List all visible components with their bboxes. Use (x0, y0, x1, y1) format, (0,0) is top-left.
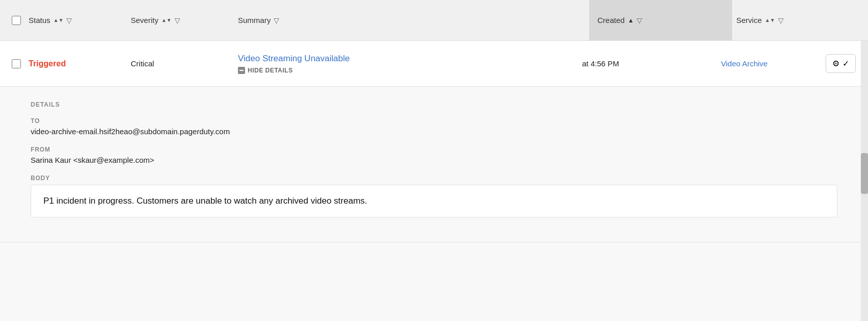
severity-column-header[interactable]: Severity ▲▼ ▽ (127, 16, 234, 24)
body-value: P1 incident in progress. Customers are u… (31, 185, 837, 217)
incident-actions: ⚙ ✓ (819, 54, 860, 73)
status-triggered-label: Triggered (29, 59, 66, 68)
to-label: TO (31, 117, 837, 125)
hide-details-icon (238, 67, 245, 74)
scrollbar-thumb[interactable] (861, 153, 868, 194)
details-section-label: DETAILS (31, 101, 837, 108)
summary-filter-icon[interactable]: ▽ (274, 16, 279, 24)
severity-sort-icon: ▲▼ (161, 18, 172, 23)
incident-status: Triggered (25, 59, 127, 68)
incident-checkbox-container[interactable] (8, 59, 25, 68)
service-link[interactable]: Video Archive (721, 59, 767, 68)
summary-link[interactable]: Video Streaming Unavailable (238, 54, 570, 64)
chevron-down-icon: ✓ (842, 59, 849, 68)
to-value: video-archive-email.hsif2heao@subdomain.… (31, 127, 837, 136)
severity-filter-icon[interactable]: ▽ (175, 16, 180, 24)
incident-row: Triggered Critical Video Streaming Unava… (0, 41, 868, 87)
incident-action-button[interactable]: ⚙ ✓ (826, 54, 856, 73)
created-filter-icon[interactable]: ▽ (637, 16, 642, 24)
status-filter-icon[interactable]: ▽ (66, 16, 72, 24)
severity-column-label: Severity (131, 16, 158, 24)
hide-details-label: HIDE DETAILS (248, 67, 293, 74)
incident-severity: Critical (127, 59, 234, 68)
created-sort-asc-icon: ▲ (628, 17, 634, 24)
from-field: FROM Sarina Kaur <skaur@example.com> (31, 146, 837, 164)
incident-checkbox[interactable] (12, 59, 21, 68)
status-sort-icon: ▲▼ (54, 18, 64, 23)
from-value: Sarina Kaur <skaur@example.com> (31, 156, 837, 164)
body-field: BODY P1 incident in progress. Customers … (31, 175, 837, 217)
service-filter-icon[interactable]: ▽ (778, 16, 784, 24)
status-column-header[interactable]: Status ▲▼ ▽ (25, 16, 127, 24)
summary-column-header[interactable]: Summary ▽ (234, 16, 589, 24)
table-header: Status ▲▼ ▽ Severity ▲▼ ▽ Summary ▽ Crea… (0, 0, 868, 41)
body-label: BODY (31, 175, 837, 182)
incident-service: Video Archive (717, 59, 819, 68)
status-column-label: Status (29, 16, 51, 24)
from-label: FROM (31, 146, 837, 153)
select-all-checkbox-container[interactable] (8, 16, 25, 25)
service-column-label: Service (736, 16, 762, 24)
service-column-header[interactable]: Service ▲▼ ▽ (732, 16, 860, 24)
select-all-checkbox[interactable] (12, 16, 21, 25)
details-section: DETAILS TO video-archive-email.hsif2heao… (0, 87, 868, 242)
incident-created-time: at 4:56 PM (574, 59, 717, 68)
created-column-label: Created (597, 16, 624, 24)
incident-summary: Video Streaming Unavailable HIDE DETAILS (234, 54, 574, 74)
to-field: TO video-archive-email.hsif2heao@subdoma… (31, 117, 837, 136)
hide-details-button[interactable]: HIDE DETAILS (238, 67, 570, 74)
service-sort-icon: ▲▼ (765, 18, 775, 23)
created-column-header[interactable]: Created ▲ ▽ (589, 0, 732, 40)
scrollbar[interactable] (861, 41, 868, 321)
gear-icon: ⚙ (832, 59, 839, 68)
summary-column-label: Summary (238, 16, 271, 24)
